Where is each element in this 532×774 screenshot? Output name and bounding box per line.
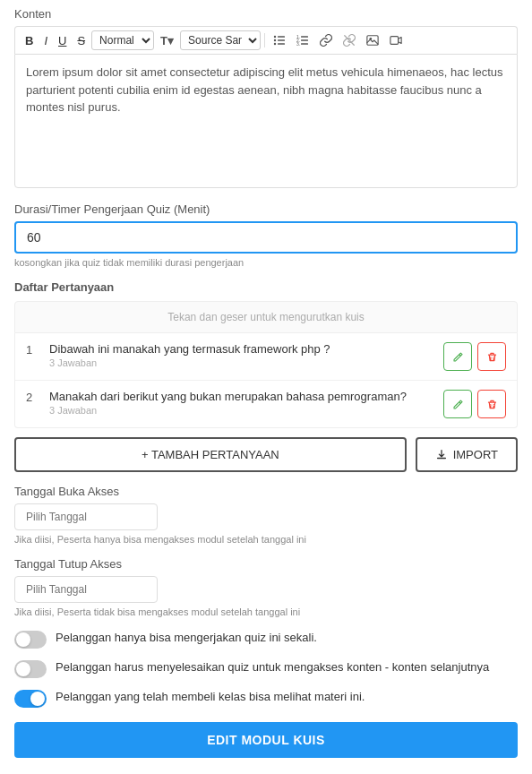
svg-point-0 <box>274 36 276 38</box>
toggle-visible-switch[interactable] <box>14 690 47 708</box>
submit-button[interactable]: EDIT MODUL KUIS <box>14 722 518 758</box>
list-ordered-icon[interactable]: 1. 2. 3. <box>292 31 313 49</box>
question-content-1: Dibawah ini manakah yang termasuk framew… <box>49 342 434 368</box>
tanggal-tutup-input[interactable] <box>14 576 158 603</box>
toggle-section: Pelanggan hanya bisa mengerjakan quiz in… <box>0 617 532 708</box>
table-row: 2 Manakah dari berikut yang bukan merupa… <box>15 381 517 427</box>
list-unordered-icon[interactable] <box>269 31 290 49</box>
editor-toolbar: B I U S Normal Small Large Huge T▾ Sourc… <box>14 26 518 54</box>
tanggal-tutup-section: Tanggal Tutup Akses Jika diisi, Peserta … <box>0 545 532 617</box>
svg-rect-7 <box>301 36 308 38</box>
image-icon[interactable] <box>362 31 383 49</box>
svg-rect-11 <box>301 43 308 45</box>
question-text-2: Manakah dari berikut yang bukan merupaka… <box>49 390 434 403</box>
toggle-complete-knob <box>16 662 30 676</box>
toggle-row-3: Pelanggan yang telah membeli kelas bisa … <box>14 689 518 708</box>
konten-section: Konten B I U S Normal Small Large Huge T… <box>0 0 532 188</box>
unlink-icon[interactable] <box>339 31 360 49</box>
toggle-once-knob <box>16 632 30 647</box>
svg-point-4 <box>274 43 276 45</box>
delete-question-1-button[interactable] <box>477 342 506 371</box>
svg-rect-15 <box>390 37 399 45</box>
svg-rect-9 <box>301 39 308 41</box>
editor-body[interactable]: Lorem ipsum dolor sit amet consectetur a… <box>14 54 518 188</box>
edit-question-2-button[interactable] <box>443 390 472 418</box>
delete-question-2-button[interactable] <box>477 390 506 418</box>
svg-line-12 <box>345 36 355 46</box>
link-icon[interactable] <box>315 31 337 49</box>
tanggal-buka-input[interactable] <box>14 503 158 530</box>
toggle-visible-knob <box>30 692 45 706</box>
svg-rect-3 <box>278 39 285 41</box>
question-text-1: Dibawah ini manakah yang termasuk framew… <box>49 342 434 356</box>
svg-rect-1 <box>278 36 285 38</box>
durasi-hint: kosongkan jika quiz tidak memiliki duras… <box>14 257 518 268</box>
toggle-once-switch[interactable] <box>14 631 47 649</box>
tanggal-tutup-hint: Jika diisi, Peserta tidak bisa mengakses… <box>14 606 518 617</box>
question-number-1: 1 <box>26 342 40 357</box>
drag-hint: Tekan dan geser untuk mengurutkan kuis <box>14 301 518 333</box>
question-number-2: 2 <box>26 390 40 404</box>
svg-point-2 <box>274 39 276 41</box>
tambah-pertanyaan-button[interactable]: + TAMBAH PERTANYAAN <box>14 437 407 472</box>
pertanyaan-section: Daftar Pertanyaan Tekan dan geser untuk … <box>0 268 532 472</box>
pertanyaan-title: Daftar Pertanyaan <box>14 280 518 294</box>
text-type-icon[interactable]: T▾ <box>156 31 178 50</box>
tanggal-buka-section: Tanggal Buka Akses Jika diisi, Peserta h… <box>0 472 532 545</box>
tanggal-tutup-label: Tanggal Tutup Akses <box>14 557 518 571</box>
toggle-row-2: Pelanggan harus menyelesaikan quiz untuk… <box>14 659 518 678</box>
question-content-2: Manakah dari berikut yang bukan merupaka… <box>49 390 434 416</box>
question-answers-1: 3 Jawaban <box>49 357 434 368</box>
toggle-row-1: Pelanggan hanya bisa mengerjakan quiz in… <box>14 630 518 649</box>
italic-button[interactable]: I <box>39 32 52 49</box>
toggle-visible-label: Pelanggan yang telah membeli kelas bisa … <box>56 689 365 705</box>
question-btn-row: + TAMBAH PERTANYAAN IMPORT <box>14 437 518 472</box>
konten-label: Konten <box>14 7 518 21</box>
tanggal-buka-hint: Jika diisi, Peserta hanya bisa mengakses… <box>14 534 518 545</box>
question-actions-2 <box>443 390 506 418</box>
tanggal-buka-label: Tanggal Buka Akses <box>14 485 518 498</box>
toggle-complete-switch[interactable] <box>14 660 47 678</box>
toolbar-divider-1 <box>264 33 265 47</box>
edit-question-1-button[interactable] <box>443 342 472 371</box>
svg-rect-5 <box>278 43 285 45</box>
table-row: 1 Dibawah ini manakah yang termasuk fram… <box>15 333 517 381</box>
font-size-select[interactable]: Normal Small Large Huge <box>91 30 154 50</box>
video-icon[interactable] <box>385 31 407 49</box>
import-label: IMPORT <box>453 448 498 461</box>
question-list: 1 Dibawah ini manakah yang termasuk fram… <box>14 333 518 428</box>
import-button[interactable]: IMPORT <box>416 437 518 472</box>
svg-text:3.: 3. <box>296 41 300 47</box>
durasi-label: Durasi/Timer Pengerjaan Quiz (Menit) <box>14 202 518 216</box>
question-answers-2: 3 Jawaban <box>49 405 434 416</box>
underline-button[interactable]: U <box>54 32 71 49</box>
strikethrough-button[interactable]: S <box>73 32 90 49</box>
question-actions-1 <box>443 342 506 371</box>
durasi-input[interactable] <box>14 221 518 254</box>
toggle-complete-label: Pelanggan harus menyelesaikan quiz untuk… <box>56 659 489 675</box>
durasi-section: Durasi/Timer Pengerjaan Quiz (Menit) kos… <box>0 188 532 268</box>
bold-button[interactable]: B <box>21 32 38 49</box>
toggle-once-label: Pelanggan hanya bisa mengerjakan quiz in… <box>56 630 317 646</box>
font-family-select[interactable]: Source San... Arial Georgia <box>180 30 261 50</box>
